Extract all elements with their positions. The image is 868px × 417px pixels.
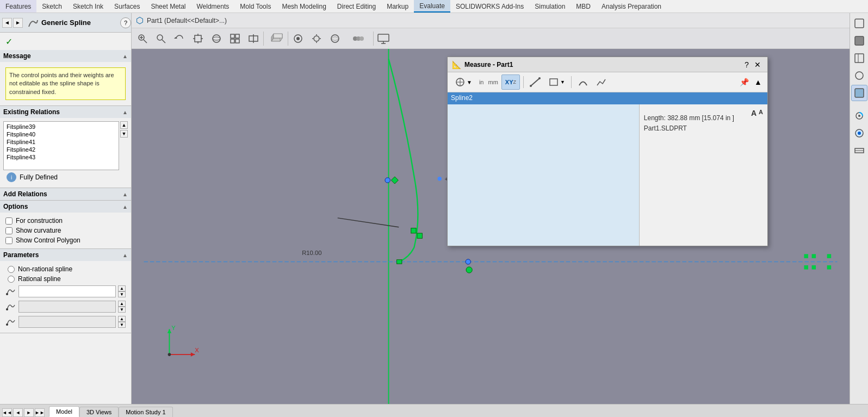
toolbar-sep1 xyxy=(263,32,264,46)
relations-scroll-down[interactable]: ▼ xyxy=(120,130,128,138)
svg-rect-49 xyxy=(397,260,402,264)
rp-btn-8[interactable] xyxy=(851,142,867,159)
display-state-btn[interactable] xyxy=(345,30,372,47)
dialog-close-btn[interactable]: ✕ xyxy=(752,59,763,70)
menu-solidworks-addins[interactable]: SOLIDWORKS Add-Ins xyxy=(450,0,529,13)
menu-mesh-modeling[interactable]: Mesh Modeling xyxy=(276,0,331,13)
parameters-header[interactable]: Parameters ▲ xyxy=(0,249,131,261)
svg-point-50 xyxy=(466,259,470,264)
zoom-to-fit-btn[interactable] xyxy=(134,30,151,47)
menu-sketch-ink[interactable]: Sketch Ink xyxy=(67,0,109,13)
view-orientations-btn[interactable] xyxy=(226,30,244,47)
rp-btn-4[interactable] xyxy=(851,67,867,84)
view-settings-btn[interactable] xyxy=(289,30,307,47)
menu-sheet-metal[interactable]: Sheet Metal xyxy=(145,0,191,13)
relation-item[interactable]: Fitspline41 xyxy=(5,138,117,146)
parameters-content: Non-rational spline Rational spline 1 ▲ … xyxy=(0,261,131,333)
rp-btn-1[interactable] xyxy=(851,15,867,32)
rp-btn-5[interactable] xyxy=(851,85,867,101)
menu-mbd[interactable]: MBD xyxy=(571,0,596,13)
units-selector[interactable]: ▼ xyxy=(451,74,476,90)
nav-prev[interactable]: ◄ xyxy=(2,18,12,28)
show-control-polygon-checkbox[interactable] xyxy=(5,237,13,244)
dialog-help-btn[interactable]: ? xyxy=(741,59,752,70)
tab-model[interactable]: Model xyxy=(49,406,79,417)
param2-down[interactable]: ▼ xyxy=(118,307,126,313)
param1-up[interactable]: ▲ xyxy=(118,285,126,291)
bnav-last[interactable]: ►► xyxy=(35,408,45,417)
pin-left-btn[interactable]: 📌 xyxy=(738,76,750,88)
rp-btn-2[interactable] xyxy=(851,33,867,49)
view-cube-btn[interactable] xyxy=(265,30,287,47)
message-box: The control points and their weights are… xyxy=(5,67,126,100)
rational-radio[interactable] xyxy=(8,276,15,283)
font-increase-btn[interactable]: A xyxy=(751,109,757,117)
menu-simulation[interactable]: Simulation xyxy=(529,0,571,13)
relation-item[interactable]: Fitspline42 xyxy=(5,146,117,153)
scene-btn[interactable] xyxy=(326,30,344,47)
menu-markup[interactable]: Markup xyxy=(381,0,414,13)
fully-defined-icon: i xyxy=(7,172,16,182)
relation-item[interactable]: Fitspline40 xyxy=(5,130,117,138)
menu-mold-tools[interactable]: Mold Tools xyxy=(234,0,276,13)
measure-chart-btn[interactable] xyxy=(593,74,610,90)
existing-relations-header[interactable]: Existing Relations ▲ xyxy=(0,106,131,118)
rp-btn-6[interactable] xyxy=(851,108,867,124)
font-decrease-btn[interactable]: A xyxy=(759,109,763,117)
lighting-btn[interactable] xyxy=(308,30,325,47)
svg-rect-79 xyxy=(855,89,864,97)
relations-list: Fitspline39 Fitspline40 Fitspline41 Fits… xyxy=(3,121,119,170)
xy-plane-btn[interactable]: XY Z xyxy=(501,74,520,90)
minimize-btn[interactable]: ▲ xyxy=(752,76,764,88)
tab-3d-views[interactable]: 3D Views xyxy=(79,407,119,417)
menu-surfaces[interactable]: Surfaces xyxy=(109,0,145,13)
ok-button[interactable]: ✓ xyxy=(2,35,15,48)
show-curvature-checkbox[interactable] xyxy=(5,227,13,234)
param2-up[interactable]: ▲ xyxy=(118,301,126,307)
orbit-btn[interactable] xyxy=(208,30,225,47)
non-rational-radio[interactable] xyxy=(8,266,15,273)
measure-line-btn[interactable] xyxy=(527,74,543,90)
tab-motion-study[interactable]: Motion Study 1 xyxy=(119,407,172,417)
zoom-region-btn[interactable] xyxy=(152,30,170,47)
section-view-btn[interactable] xyxy=(245,30,262,47)
rotate-btn[interactable] xyxy=(171,30,188,47)
bnav-next[interactable]: ► xyxy=(24,408,34,417)
pan-btn[interactable] xyxy=(189,30,207,47)
rp-btn-3[interactable] xyxy=(851,50,867,66)
dialog-content-area: A A Length: 382.88 mm [15.074 in ] Part1… xyxy=(448,104,767,246)
measure-area-btn[interactable]: ▼ xyxy=(545,74,568,90)
monitor-btn[interactable] xyxy=(375,30,392,47)
param3-down[interactable]: ▼ xyxy=(118,322,126,328)
menu-direct-editing[interactable]: Direct Editing xyxy=(332,0,381,13)
menu-sketch[interactable]: Sketch xyxy=(36,0,67,13)
bnav-first[interactable]: ◄◄ xyxy=(2,408,12,417)
param3-spinner: ▲ ▼ xyxy=(118,316,126,328)
menu-analysis-preparation[interactable]: Analysis Preparation xyxy=(596,0,667,13)
relations-scroll-up[interactable]: ▲ xyxy=(120,121,128,129)
svg-line-4 xyxy=(144,40,147,43)
fully-defined-row: i Fully Defined xyxy=(3,170,128,184)
add-relations-header[interactable]: Add Relations ▲ xyxy=(0,188,131,200)
relation-item[interactable]: Fitspline39 xyxy=(5,123,117,130)
menu-features[interactable]: Features xyxy=(0,0,36,13)
svg-text:Y: Y xyxy=(171,325,176,331)
canvas-area[interactable]: ⬡ Part1 (Default<<Default>...) xyxy=(132,13,850,404)
bnav-prev[interactable]: ◄ xyxy=(13,408,23,417)
options-section-header[interactable]: Options ▲ xyxy=(0,201,131,213)
relation-item[interactable]: Fitspline43 xyxy=(5,153,117,161)
for-construction-checkbox[interactable] xyxy=(5,217,13,225)
menu-weldments[interactable]: Weldments xyxy=(191,0,234,13)
menu-evaluate[interactable]: Evaluate xyxy=(414,0,450,13)
options-arrow: ▲ xyxy=(122,204,128,210)
param1-down[interactable]: ▼ xyxy=(118,291,126,297)
param1-icon xyxy=(5,286,16,297)
param3-up[interactable]: ▲ xyxy=(118,316,126,322)
message-section-header[interactable]: Message ▲ xyxy=(0,50,131,62)
rp-btn-7[interactable] xyxy=(851,125,867,141)
param1-input[interactable]: 1 xyxy=(18,285,116,297)
add-relations-title: Add Relations xyxy=(3,190,122,198)
nav-next[interactable]: ► xyxy=(13,18,23,28)
help-button[interactable]: ? xyxy=(120,17,131,28)
measure-arc-btn[interactable] xyxy=(575,74,591,90)
